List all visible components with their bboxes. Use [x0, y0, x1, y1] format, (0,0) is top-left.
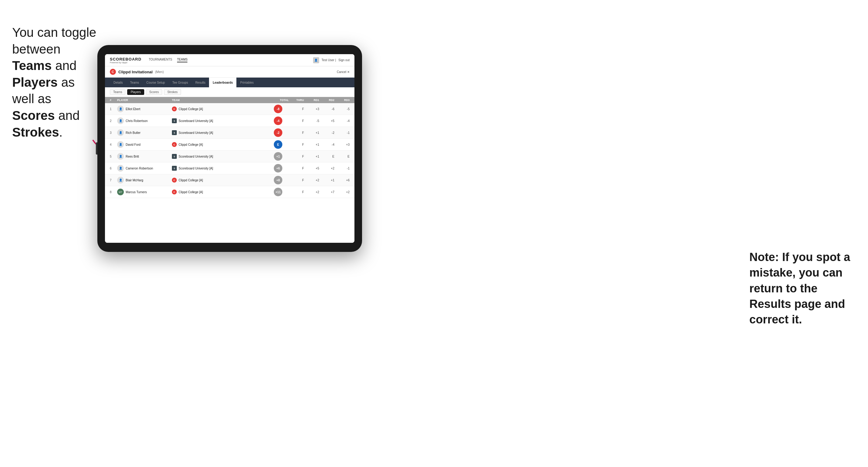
avatar: 👤 [117, 129, 124, 136]
rd1-val: +2 [304, 190, 319, 194]
thru-val: F [289, 155, 304, 158]
rd3-val: -5 [334, 107, 349, 111]
tab-teams[interactable]: Teams [127, 77, 143, 87]
rd1-val: +1 [304, 131, 319, 134]
rd1-val: -5 [304, 119, 319, 123]
team-name: Clippd College [A] [179, 107, 203, 111]
avatar: 👤 [117, 105, 124, 112]
team-cell: S Scoreboard University [A] [172, 154, 268, 159]
col-rank: # [110, 99, 117, 102]
team-logo: S [172, 118, 177, 123]
team-logo: S [172, 154, 177, 159]
rd3-val: +2 [334, 190, 349, 194]
logo-sub: Powered by clippd [110, 61, 142, 64]
sub-tab-teams[interactable]: Teams [110, 89, 125, 95]
team-name: Scoreboard University [A] [179, 119, 213, 123]
user-icon: 👤 [313, 57, 319, 63]
team-name: Scoreboard University [A] [179, 167, 213, 170]
tablet-side-button [96, 143, 97, 155]
thru-val: F [289, 167, 304, 170]
team-name: Clippd College [A] [179, 190, 203, 194]
col-rd2: RD2 [319, 99, 334, 102]
player-rank: 5 [110, 155, 117, 158]
team-cell: C Clippd College [A] [172, 190, 268, 194]
player-rank: 2 [110, 119, 117, 123]
avatar: 👤 [117, 141, 124, 148]
header-right: 👤 Test User | Sign out [313, 57, 349, 63]
cancel-button[interactable]: Cancel ✕ [337, 70, 349, 74]
player-name: Cameron Robertson [126, 167, 153, 170]
team-cell: S Scoreboard University [A] [172, 166, 268, 171]
app-header: SCOREBOARD Powered by clippd TOURNAMENTS… [105, 54, 354, 66]
tournament-logo: C [110, 69, 116, 75]
sub-tab-players[interactable]: Players [127, 89, 144, 95]
nav-teams[interactable]: TEAMS [177, 58, 187, 62]
left-annotation: You can toggle between Teams and Players… [12, 24, 97, 141]
sub-tabs: Teams Players Scores Strokes [105, 87, 354, 97]
score-badge: +11 [274, 188, 282, 196]
tab-leaderboards[interactable]: Leaderboards [209, 77, 237, 87]
sub-tab-scores[interactable]: Scores [146, 89, 162, 95]
sub-tab-strokes[interactable]: Strokes [164, 89, 181, 95]
tablet-frame: SCOREBOARD Powered by clippd TOURNAMENTS… [97, 45, 362, 252]
team-cell: C Clippd College [A] [172, 106, 268, 111]
tab-tee-groups[interactable]: Tee Groups [168, 77, 192, 87]
team-name: Clippd College [A] [179, 179, 203, 182]
thru-val: F [289, 107, 304, 111]
avatar: 👤 [117, 165, 124, 172]
avatar: 👤 [117, 177, 124, 183]
tournament-title-row: C Clippd Invitational (Men) [110, 69, 164, 75]
tablet-screen: SCOREBOARD Powered by clippd TOURNAMENTS… [105, 54, 354, 243]
thru-val: F [289, 119, 304, 123]
col-team: TEAM [172, 99, 268, 102]
table-row: 2 👤 Chris Robertson S Scoreboard Univers… [105, 115, 354, 127]
tournament-name: Clippd Invitational [118, 70, 153, 74]
user-name: Test User | [321, 58, 336, 62]
thru-val: F [289, 131, 304, 134]
logo-text: SCOREBOARD [110, 57, 142, 61]
team-name: Scoreboard University [A] [179, 131, 213, 134]
table-row: 7 👤 Blair McHarg C Clippd College [A] +8… [105, 174, 354, 186]
tab-details[interactable]: Details [110, 77, 127, 87]
thru-val: F [289, 179, 304, 182]
tab-navigation: Details Teams Course Setup Tee Groups Re… [105, 77, 354, 87]
team-logo: C [172, 178, 177, 183]
avatar: 👤 [117, 118, 124, 124]
rd2-val: +5 [319, 119, 334, 123]
score-badge: +1 [274, 152, 282, 161]
team-logo: S [172, 166, 177, 171]
col-total: TOTAL [268, 99, 289, 102]
player-cell: 👤 Chris Robertson [117, 118, 172, 124]
right-annotation: Note: If you spot a mistake, you can ret… [749, 249, 859, 328]
col-player: PLAYER [117, 99, 172, 102]
tab-printables[interactable]: Printables [237, 77, 257, 87]
table-row: 5 👤 Rees Britt S Scoreboard University [… [105, 151, 354, 162]
sign-out-link[interactable]: Sign out [338, 58, 349, 62]
table-row: 8 MT Marcus Turners C Clippd College [A]… [105, 186, 354, 198]
rd2-val: +1 [319, 179, 334, 182]
nav-tournaments[interactable]: TOURNAMENTS [149, 58, 172, 62]
player-rank: 7 [110, 179, 117, 182]
rd2-val: E [319, 155, 334, 158]
tournament-gender: (Men) [155, 70, 164, 74]
score-badge: -8 [274, 105, 282, 113]
player-name: Blair McHarg [126, 179, 143, 182]
score-badge: +8 [274, 176, 282, 184]
rd2-val: +7 [319, 190, 334, 194]
player-rank: 1 [110, 107, 117, 111]
team-cell: S Scoreboard University [A] [172, 118, 268, 123]
player-name: Elliot Ebert [126, 107, 140, 111]
player-rank: 3 [110, 131, 117, 134]
tab-results[interactable]: Results [192, 77, 209, 87]
leaderboard-table: # PLAYER TEAM TOTAL THRU RD1 RD2 RD3 1 👤… [105, 97, 354, 243]
player-rank: 4 [110, 143, 117, 146]
table-row: 1 👤 Elliot Ebert C Clippd College [A] -8… [105, 103, 354, 115]
team-cell: C Clippd College [A] [172, 142, 268, 147]
score-badge: -4 [274, 117, 282, 125]
tab-course-setup[interactable]: Course Setup [143, 77, 168, 87]
thru-val: F [289, 190, 304, 194]
rd2-val: -4 [319, 143, 334, 146]
player-cell: 👤 Rees Britt [117, 153, 172, 160]
team-logo: C [172, 190, 177, 194]
table-header: # PLAYER TEAM TOTAL THRU RD1 RD2 RD3 [105, 97, 354, 103]
